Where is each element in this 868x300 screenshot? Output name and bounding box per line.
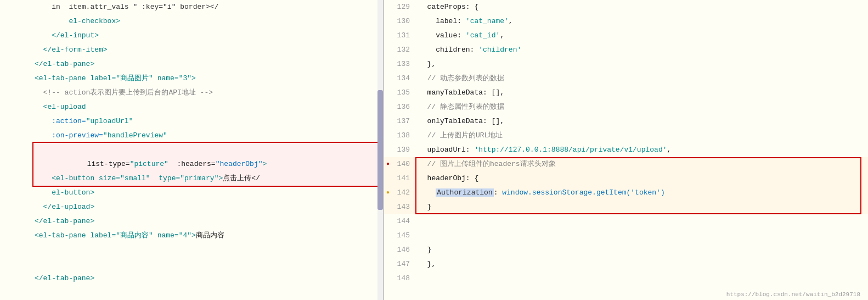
code-line-142: ● 142 Authorization: window.sessionStora… [384, 186, 868, 200]
code-line [0, 257, 383, 271]
line-number: 143 [392, 200, 416, 214]
code-line: <el-button size="small" type="primary">点… [0, 171, 383, 186]
line-number: 130 [392, 14, 416, 29]
code-line-140: ● 140 // 图片上传组件的headers请求头对象 [384, 157, 868, 171]
code-line: 138 // 上传图片的URL地址 [384, 129, 868, 143]
line-content: // 动态参数列表的数据 [416, 71, 868, 86]
code-line: el-button> [0, 186, 383, 200]
line-content: </el-input> [32, 29, 383, 43]
line-content: } [416, 200, 868, 214]
code-line: 133 }, [384, 57, 868, 71]
line-content: </el-tab-pane> [32, 214, 383, 229]
code-line: </el-upload> [0, 200, 383, 214]
line-content: }, [416, 257, 868, 271]
line-content: <el-button size="small" type="primary">点… [32, 171, 383, 186]
code-line [0, 243, 383, 257]
line-number: 141 [392, 171, 416, 186]
code-line: </el-tab-pane> [0, 57, 383, 71]
line-number: 131 [392, 29, 416, 43]
line-content: Authorization: window.sessionStorage.get… [416, 186, 868, 200]
code-line: 130 label: 'cat_name', [384, 14, 868, 29]
code-line: 135 manyTableData: [], [384, 86, 868, 100]
line-content: </el-tab-pane> [32, 271, 383, 286]
line-content: headerObj: { [416, 171, 868, 186]
code-line: 136 // 静态属性列表的数据 [384, 100, 868, 114]
code-line: </el-tab-pane> [0, 271, 383, 286]
line-content: manyTableData: [], [416, 86, 868, 100]
code-line: <el-upload [0, 100, 383, 114]
code-line: 148 [384, 271, 868, 286]
code-line-red: list-type="picture" :headers="headerObj"… [0, 157, 383, 171]
line-content: // 图片上传组件的headers请求头对象 [416, 157, 868, 171]
line-number: 129 [392, 0, 416, 14]
line-content: <el-tab-pane label="商品图片" name="3"> [32, 71, 383, 86]
line-dot-red: ● [384, 157, 392, 171]
line-content: <el-tab-pane label="商品内容" name="4">商品内容 [32, 229, 383, 243]
line-content: value: 'cat_id', [416, 29, 868, 43]
line-content: cateProps: { [416, 0, 868, 14]
line-number: 148 [392, 271, 416, 286]
line-content: :on-preview="handlePreview" [32, 129, 383, 143]
line-number: 140 [392, 157, 416, 171]
code-line: 145 [384, 229, 868, 243]
line-number: 139 [392, 143, 416, 157]
code-line: 137 onlyTableData: [], [384, 114, 868, 129]
scrollbar-track[interactable] [377, 0, 383, 300]
code-line: 144 [384, 214, 868, 229]
line-number: 137 [392, 114, 416, 129]
left-code-pane: in item.attr_vals " :key="i" border></ e… [0, 0, 384, 300]
line-content: <!-- action表示图片要上传到后台的API地址 --> [32, 86, 383, 100]
code-line: </el-tab-pane> [0, 214, 383, 229]
line-content: el-checkbox> [32, 14, 383, 29]
code-line: 134 // 动态参数列表的数据 [384, 71, 868, 86]
code-line-141: 141 headerObj: { [384, 171, 868, 186]
line-content: uploadUrl: 'http://127.0.0.1:8888/api/pr… [416, 143, 868, 157]
left-code-area: in item.attr_vals " :key="i" border></ e… [0, 0, 383, 300]
line-content: onlyTableData: [], [416, 114, 868, 129]
code-line: <!-- action表示图片要上传到后台的API地址 --> [0, 86, 383, 100]
line-number: 132 [392, 43, 416, 57]
code-line: </el-form-item> [0, 43, 383, 57]
code-line: el-checkbox> [0, 14, 383, 29]
line-number: 145 [392, 229, 416, 243]
line-content: </el-form-item> [32, 43, 383, 57]
line-content: in item.attr_vals " :key="i" border></ [32, 0, 383, 14]
code-line: 139 uploadUrl: 'http://127.0.0.1:8888/ap… [384, 143, 868, 157]
code-line: <el-tab-pane label="商品图片" name="3"> [0, 71, 383, 86]
line-content: <el-upload [32, 100, 383, 114]
code-line: <el-tab-pane label="商品内容" name="4">商品内容 [0, 229, 383, 243]
line-number: 147 [392, 257, 416, 271]
line-content: children: 'children' [416, 43, 868, 57]
bottom-url: https://blog.csdn.net/waitin_b2d29718 [726, 291, 860, 298]
code-line: 131 value: 'cat_id', [384, 29, 868, 43]
line-content: el-button> [32, 186, 383, 200]
right-code-pane: 129 cateProps: { 130 label: 'cat_name', … [384, 0, 868, 300]
line-content: // 上传图片的URL地址 [416, 129, 868, 143]
code-line: 132 children: 'children' [384, 43, 868, 57]
scrollbar-thumb[interactable] [377, 90, 383, 210]
line-number: 146 [392, 243, 416, 257]
line-number: 144 [392, 214, 416, 229]
code-line: :on-preview="handlePreview" [0, 129, 383, 143]
code-line: 129 cateProps: { [384, 0, 868, 14]
code-line: in item.attr_vals " :key="i" border></ [0, 0, 383, 14]
line-number: 142 [392, 186, 416, 200]
line-content: } [416, 243, 868, 257]
line-number: 133 [392, 57, 416, 71]
line-content: // 静态属性列表的数据 [416, 100, 868, 114]
line-number: 136 [392, 100, 416, 114]
code-line [0, 286, 383, 300]
code-line-143: 143 } [384, 200, 868, 214]
line-number: 135 [392, 86, 416, 100]
code-line: 147 }, [384, 257, 868, 271]
line-content: }, [416, 57, 868, 71]
line-number: 138 [392, 129, 416, 143]
line-number: 134 [392, 71, 416, 86]
line-content: </el-upload> [32, 200, 383, 214]
line-content: label: 'cat_name', [416, 14, 868, 29]
line-content: :action="uploadUrl" [32, 114, 383, 129]
code-line: :action="uploadUrl" [0, 114, 383, 129]
line-content: </el-tab-pane> [32, 57, 383, 71]
right-code-area: 129 cateProps: { 130 label: 'cat_name', … [384, 0, 868, 300]
code-line: </el-input> [0, 29, 383, 43]
